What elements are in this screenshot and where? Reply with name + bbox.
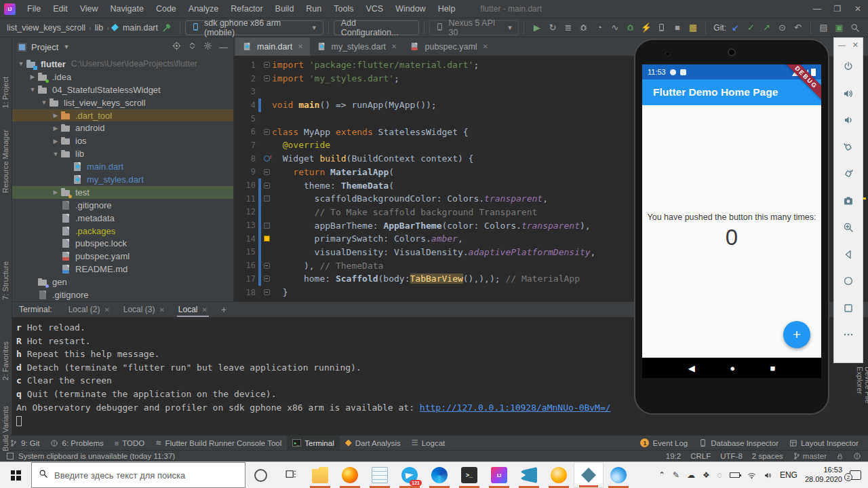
push-icon[interactable]: ↗ xyxy=(759,20,774,35)
tree-expanded-arrow-icon[interactable]: ▼ xyxy=(51,151,60,157)
breadcrumb-item[interactable]: main.dart xyxy=(121,23,159,33)
tree-expanded-arrow-icon[interactable]: ▼ xyxy=(16,60,26,67)
tool-window-layout-inspector[interactable]: Layout Inspector xyxy=(784,436,864,450)
fold-icon[interactable] xyxy=(264,276,270,282)
tree-item--dart-tool[interactable]: ▶.dart_tool xyxy=(12,109,233,122)
status-indent[interactable]: 2 spaces xyxy=(752,452,783,460)
menu-file[interactable]: File xyxy=(21,0,47,18)
emulator-zoom-icon[interactable] xyxy=(842,221,854,233)
git-branch-widget[interactable]: master xyxy=(793,452,827,460)
taskbar-search[interactable] xyxy=(31,462,245,488)
color-swatch-transparent[interactable] xyxy=(264,195,270,202)
gutter-marker[interactable] xyxy=(261,276,272,282)
gutter-marker[interactable] xyxy=(261,236,272,242)
project-hide-icon[interactable]: — xyxy=(219,42,228,52)
tray-chevron-up-icon[interactable]: ⌃ xyxy=(658,470,665,480)
inspection-highlight-icon[interactable] xyxy=(853,452,861,460)
project-collapse-all-icon[interactable] xyxy=(188,41,197,52)
breadcrumb-item[interactable]: lib xyxy=(94,23,105,33)
history-icon[interactable]: ⊙ xyxy=(774,20,790,35)
fold-icon[interactable] xyxy=(264,129,270,135)
tree-collapsed-arrow-icon[interactable]: ▶ xyxy=(51,138,60,145)
android-back-button[interactable]: ◀ xyxy=(688,363,695,373)
taskbar-app-emulator[interactable] xyxy=(574,462,604,488)
tree-item-gen[interactable]: gen xyxy=(12,276,233,288)
tree-expanded-arrow-icon[interactable]: ▼ xyxy=(39,99,49,106)
notifications-button[interactable]: 2 xyxy=(850,470,861,480)
menu-help[interactable]: Help xyxy=(432,0,462,18)
close-tab-icon[interactable]: ✕ xyxy=(391,43,397,50)
tool-window-git[interactable]: 9: Git xyxy=(4,436,45,450)
taskbar-app-intellij[interactable]: IJ xyxy=(484,462,514,488)
gutter-marker[interactable] xyxy=(261,75,272,81)
status-encoding[interactable]: UTF-8 xyxy=(720,452,743,460)
tool-window-flutter-console[interactable]: ≋Flutter Build Runner Console Tool xyxy=(150,436,287,450)
gauge-icon[interactable]: ∿ xyxy=(607,20,623,35)
debug-icon[interactable] xyxy=(576,20,591,35)
android-home-button[interactable]: ● xyxy=(730,363,735,373)
editor-tab-my-styles-dart[interactable]: my_styles.dart✕ xyxy=(310,37,403,56)
menu-run[interactable]: Run xyxy=(300,0,328,18)
taskbar-app-telegram[interactable]: 121 xyxy=(395,462,425,488)
rerun-icon[interactable]: ↻ xyxy=(545,20,560,35)
gutter-marker[interactable] xyxy=(261,62,272,68)
tree-collapsed-arrow-icon[interactable]: ▶ xyxy=(51,189,60,195)
fab-add-button[interactable]: + xyxy=(783,321,810,348)
add-configuration-button[interactable]: Add Configuration... xyxy=(334,20,420,35)
tree-item-04-statefulstatelesswidget[interactable]: ▼04_StatefulStatelessWidget xyxy=(12,83,233,96)
menu-build[interactable]: Build xyxy=(269,0,300,18)
tree-item--idea[interactable]: ▶.idea xyxy=(12,71,233,83)
phone-screen[interactable]: 11:53 Flutter Demo Home Page You have pu… xyxy=(642,64,821,378)
language-indicator[interactable]: ENG xyxy=(780,470,797,480)
menu-view[interactable]: View xyxy=(74,0,104,18)
fold-icon[interactable] xyxy=(264,62,270,68)
gutter-marker[interactable] xyxy=(261,183,272,189)
chevron-down-icon[interactable]: ▼ xyxy=(63,43,69,50)
gutter-marker[interactable] xyxy=(261,155,272,162)
close-tab-icon[interactable]: ✕ xyxy=(483,43,488,50)
taskbar-app-orange-app[interactable] xyxy=(544,462,574,488)
tree-item--metadata[interactable]: .metadata xyxy=(12,212,233,225)
tree-item--gitignore[interactable]: .gitignore xyxy=(12,199,233,212)
fold-icon[interactable] xyxy=(264,263,270,269)
emulator-rotate-right-icon[interactable] xyxy=(842,168,854,180)
close-tab-icon[interactable]: ✕ xyxy=(104,306,109,314)
editor-tab-pubspec-yaml[interactable]: pubspec.yaml✕ xyxy=(403,37,494,56)
tree-collapsed-arrow-icon[interactable]: ▶ xyxy=(28,73,37,80)
project-locate-icon[interactable] xyxy=(172,41,181,52)
tree-collapsed-arrow-icon[interactable]: ▶ xyxy=(51,125,60,132)
close-tab-icon[interactable]: ✕ xyxy=(202,306,208,314)
tool-window-terminal[interactable]: ▸_Terminal xyxy=(287,436,339,450)
emulator-home-icon[interactable] xyxy=(842,275,854,287)
emulator-rotate-left-icon[interactable] xyxy=(842,141,854,153)
emulator-minimize-button[interactable]: — xyxy=(838,41,846,50)
stripe-1-project[interactable]: 1: Project xyxy=(1,77,9,108)
gutter-marker[interactable] xyxy=(261,223,272,229)
emulator-close-button[interactable]: ✕ xyxy=(852,41,859,50)
taskbar-app-edge[interactable] xyxy=(425,462,454,488)
close-button[interactable]: ✕ xyxy=(848,0,868,18)
emulator-overview-icon[interactable] xyxy=(842,302,854,314)
color-swatch-amber[interactable] xyxy=(264,236,270,242)
menu-refactor[interactable]: Refactor xyxy=(224,0,269,18)
fold-icon[interactable] xyxy=(264,169,270,175)
tree-item-list-view-keys-scroll[interactable]: ▼list_view_keys_scroll xyxy=(12,96,233,109)
breadcrumb-item[interactable]: list_view_keys_scroll xyxy=(5,23,87,33)
tree-item-flutter[interactable]: ▼flutterC:\Users\User\IdeaProjects\flutt… xyxy=(12,58,233,71)
commit-icon[interactable]: ✓ xyxy=(743,20,759,35)
close-tab-icon[interactable]: ✕ xyxy=(298,43,303,50)
tool-window-database-inspector[interactable]: Database Inspector xyxy=(693,436,784,450)
menu-navigate[interactable]: Navigate xyxy=(104,0,150,18)
tool-window-dart-analysis[interactable]: Dart Analysis xyxy=(340,436,406,450)
device-preview-selector[interactable]: Nexus 5 API 30 ▼ xyxy=(429,20,519,35)
volume-icon[interactable] xyxy=(764,471,772,480)
tree-expanded-arrow-icon[interactable]: ▼ xyxy=(28,86,37,93)
menu-window[interactable]: Window xyxy=(389,0,431,18)
tree-item-ios[interactable]: ▶ios xyxy=(12,134,233,147)
tree-item-pubspec-yaml[interactable]: pubspec.yaml xyxy=(12,250,233,263)
emulator-back-icon[interactable] xyxy=(842,248,854,261)
tray-pen-icon[interactable]: ✎ xyxy=(673,470,679,480)
menu-vcs[interactable]: VCS xyxy=(359,0,389,18)
android-recents-button[interactable]: ■ xyxy=(770,363,775,373)
fold-icon[interactable] xyxy=(264,289,270,295)
